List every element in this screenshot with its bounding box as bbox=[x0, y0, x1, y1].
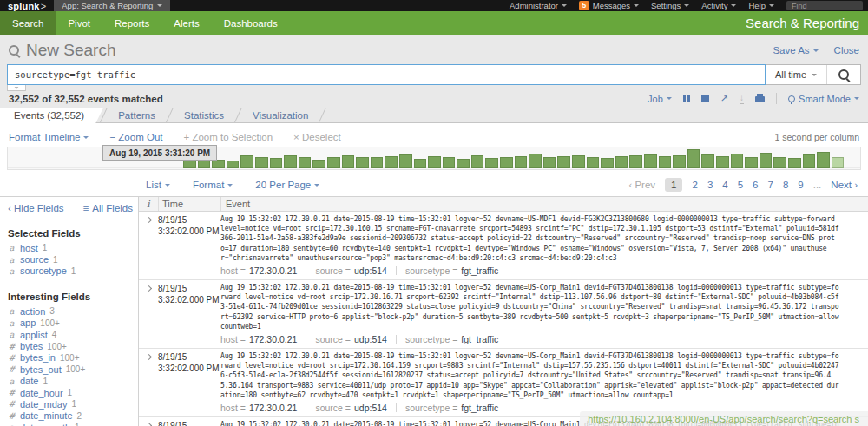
field-row[interactable]: a host 1 bbox=[8, 242, 133, 253]
messages-menu[interactable]: 5 Messages bbox=[579, 1, 639, 10]
expand-event-icon[interactable] bbox=[145, 217, 151, 223]
format-menu[interactable]: Format bbox=[193, 180, 233, 190]
page-button[interactable]: 5 bbox=[738, 180, 743, 190]
deselect-button[interactable]: × Deselect bbox=[293, 132, 341, 142]
event-cell: Aug 19 15:32:02 172.30.0.21 date=2015-08… bbox=[220, 283, 868, 344]
zoom-to-selection-button[interactable]: + Zoom to Selection bbox=[183, 132, 273, 142]
result-tab[interactable]: Patterns bbox=[104, 108, 169, 122]
per-page-menu[interactable]: 20 Per Page bbox=[255, 180, 319, 190]
page-button[interactable]: 1 bbox=[665, 178, 682, 192]
field-row[interactable]: a source 1 bbox=[8, 253, 133, 265]
timeline-bar bbox=[255, 157, 268, 168]
print-button[interactable] bbox=[755, 96, 765, 102]
job-menu[interactable]: Job bbox=[648, 94, 672, 104]
field-row[interactable]: # date_mday 1 bbox=[8, 398, 133, 410]
export-button[interactable]: ↓ bbox=[740, 94, 744, 104]
timeline-bar bbox=[817, 152, 830, 168]
save-as-menu[interactable]: Save As bbox=[773, 45, 818, 56]
settings-menu[interactable]: Settings bbox=[651, 1, 689, 10]
share-button[interactable]: ↗ bbox=[720, 94, 728, 103]
timeline-bar bbox=[803, 154, 816, 168]
field-row[interactable]: a app 100+ bbox=[8, 318, 133, 329]
field-row[interactable]: a date_month 1 bbox=[8, 422, 133, 426]
stop-button[interactable] bbox=[701, 95, 709, 102]
expand-event-icon[interactable] bbox=[145, 423, 151, 426]
field-row[interactable]: # bytes_out 100+ bbox=[8, 364, 133, 375]
timeline-bar bbox=[371, 157, 384, 168]
event-cell: Aug 19 15:32:02 172.30.0.21 date=2015-08… bbox=[220, 214, 868, 276]
field-row[interactable]: a sourcetype 1 bbox=[8, 265, 133, 277]
event-time-cell[interactable]: 8/19/15 3:32:02.000 PM bbox=[158, 214, 220, 276]
field-row[interactable]: # date_minute 2 bbox=[8, 410, 133, 422]
nav-item[interactable]: Reports bbox=[102, 11, 161, 35]
splunk-logo[interactable]: splunk> bbox=[0, 0, 54, 11]
sourcetype-field-label: sourcetype = bbox=[405, 334, 457, 344]
field-row[interactable]: # date_hour 1 bbox=[8, 387, 133, 398]
timeline-bar bbox=[500, 157, 513, 168]
time-range-picker[interactable]: All time bbox=[766, 65, 827, 84]
search-mode-menu[interactable]: Smart Mode bbox=[788, 94, 859, 104]
host-field-value[interactable]: 172.30.0.21 bbox=[249, 334, 297, 344]
event-timeline-histogram[interactable]: Aug 19, 2015 3:31:20 PM bbox=[7, 147, 861, 170]
event-expand-cell bbox=[139, 283, 158, 344]
pause-button[interactable] bbox=[683, 95, 690, 102]
search-assistant-toggle[interactable] bbox=[7, 85, 26, 91]
event-time-cell[interactable]: 8/19/15 3:32:02.000 PM bbox=[158, 283, 220, 344]
nav-item[interactable]: Dashboards bbox=[212, 11, 290, 35]
field-row[interactable]: # bytes_in 100+ bbox=[8, 352, 133, 364]
page-button[interactable]: 6 bbox=[753, 180, 758, 190]
expand-event-icon[interactable] bbox=[145, 354, 151, 360]
hide-fields-button[interactable]: ‹ Hide Fields bbox=[8, 203, 64, 213]
source-field-value[interactable]: udp:514 bbox=[354, 403, 387, 413]
field-count: 100+ bbox=[60, 353, 80, 363]
page-button[interactable]: 2 bbox=[692, 180, 697, 190]
format-timeline-menu[interactable]: Format Timeline bbox=[9, 132, 89, 142]
timeline-bar bbox=[557, 156, 570, 168]
source-field-value[interactable]: udp:514 bbox=[354, 265, 387, 276]
sourcetype-field-value[interactable]: fgt_traffic bbox=[461, 265, 498, 276]
all-fields-button[interactable]: ≡All Fields bbox=[83, 203, 133, 213]
help-menu[interactable]: Help bbox=[748, 1, 774, 10]
page-button[interactable]: 8 bbox=[783, 180, 788, 190]
result-tab[interactable]: Visualization bbox=[239, 108, 322, 122]
result-tab-label: Statistics bbox=[184, 110, 224, 121]
result-tab[interactable]: Statistics bbox=[170, 108, 238, 122]
close-button[interactable]: Close bbox=[834, 45, 859, 56]
list-view-menu[interactable]: List bbox=[146, 180, 170, 190]
fields-sidebar-header: ‹ Hide Fields ≡All Fields bbox=[8, 203, 133, 213]
app-menu[interactable]: App: Search & Reporting bbox=[54, 0, 170, 11]
field-row[interactable]: a date 1 bbox=[8, 376, 133, 387]
page-button[interactable]: 7 bbox=[768, 180, 773, 190]
nav-item[interactable]: Search bbox=[0, 11, 56, 35]
app-title: Search & Reporting bbox=[746, 16, 868, 30]
sourcetype-field-value[interactable]: fgt_traffic bbox=[461, 403, 498, 413]
host-field-value[interactable]: 172.30.0.21 bbox=[249, 403, 297, 413]
activity-menu[interactable]: Activity bbox=[701, 1, 736, 10]
expand-event-icon[interactable] bbox=[145, 285, 151, 292]
source-field-value[interactable]: udp:514 bbox=[354, 334, 387, 344]
nav-item[interactable]: Alerts bbox=[161, 11, 211, 35]
prev-page-button[interactable]: ‹ Prev bbox=[628, 180, 655, 190]
sourcetype-field-value[interactable]: fgt_traffic bbox=[461, 334, 498, 344]
user-menu[interactable]: Administrator bbox=[510, 1, 567, 10]
next-page-button[interactable]: Next › bbox=[831, 180, 858, 190]
page-button[interactable]: 4 bbox=[722, 180, 727, 190]
event-time-cell[interactable]: 8/19/15 3:32:02.000 PM bbox=[158, 351, 220, 413]
all-fields-label: All Fields bbox=[92, 203, 133, 213]
find-input[interactable] bbox=[786, 1, 863, 10]
field-count: 4 bbox=[52, 330, 57, 339]
field-row[interactable]: a applist 4 bbox=[8, 329, 133, 340]
chevron-down-icon bbox=[15, 87, 19, 88]
host-field-value[interactable]: 172.30.0.21 bbox=[249, 265, 297, 276]
result-tab[interactable]: Events (32,552) bbox=[0, 108, 103, 123]
field-row[interactable]: # bytes 100+ bbox=[8, 340, 133, 351]
zoom-out-button[interactable]: − Zoom Out bbox=[109, 132, 162, 142]
messages-menu-label: Messages bbox=[593, 1, 630, 10]
page-button[interactable]: 9 bbox=[798, 180, 803, 190]
search-query-input[interactable] bbox=[7, 64, 766, 85]
page-button[interactable]: 3 bbox=[707, 180, 713, 190]
nav-item[interactable]: Pivot bbox=[56, 11, 102, 35]
event-time-cell[interactable]: 8/19/15 3:32:02.000 PM bbox=[158, 420, 220, 426]
field-row[interactable]: a action 3 bbox=[8, 305, 133, 317]
search-submit-button[interactable] bbox=[827, 65, 860, 84]
